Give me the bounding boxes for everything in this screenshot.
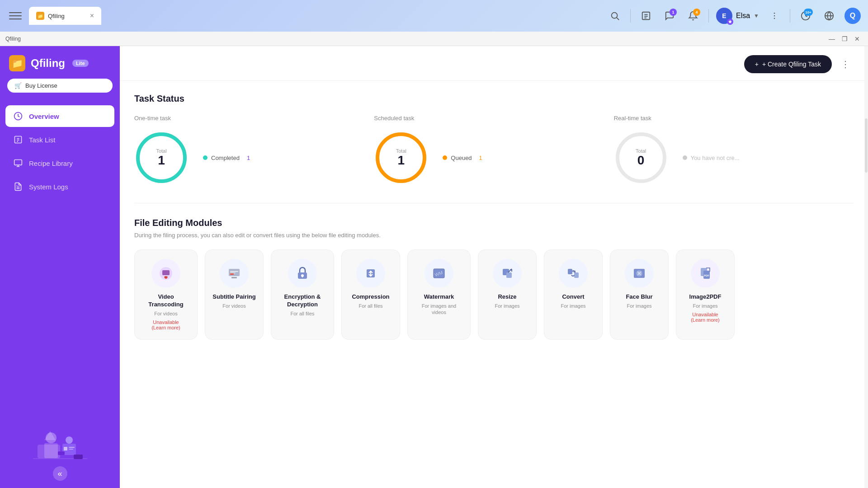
sidebar-item-overview[interactable]: Overview [5, 105, 114, 127]
messages-button[interactable]: 1 [661, 8, 678, 24]
app-logo: 📁 [9, 55, 25, 71]
image2pdf-name: Image2PDF [689, 293, 722, 301]
svg-rect-29 [69, 449, 73, 450]
face-blur-name: Face Blur [626, 293, 652, 301]
user-dropdown-icon[interactable]: ▼ [754, 13, 759, 19]
realtime-task-column: Real-time task Total 0 [614, 115, 854, 185]
create-task-plus-icon: + [755, 61, 759, 68]
search-button[interactable] [607, 8, 623, 24]
minimize-button[interactable]: — [826, 33, 837, 44]
tab-label: Qfiling [48, 13, 65, 19]
browser-tab[interactable]: 📁 Qfiling × [29, 7, 101, 25]
hamburger-button[interactable] [7, 8, 24, 24]
video-transcoding-name: Video Transcoding [142, 293, 190, 309]
section-divider [134, 203, 854, 203]
module-resize[interactable]: Resize For images [478, 249, 537, 340]
completed-dot [203, 155, 208, 160]
divider-2 [708, 9, 709, 23]
scheduled-donut-label: Total 1 [396, 148, 406, 168]
more-options-button[interactable] [766, 8, 783, 24]
svg-rect-57 [506, 272, 512, 278]
sidebar-item-overview-label: Overview [29, 113, 59, 120]
world-button[interactable] [821, 8, 837, 24]
notifications-button[interactable]: 4 [685, 8, 701, 24]
one-time-task-content: Total 1 Completed 1 [134, 131, 356, 185]
header-more-button[interactable]: ⋮ [837, 56, 854, 72]
system-logs-icon [13, 181, 24, 192]
module-video-transcoding[interactable]: Video Transcoding For videos Unavailable… [134, 249, 198, 340]
task-list-icon [13, 134, 24, 145]
svg-point-6 [774, 13, 775, 14]
sidebar: 📁 Qfiling Lite 🛒 Buy License Overview Ta… [0, 46, 120, 488]
svg-rect-17 [14, 160, 22, 165]
svg-rect-47 [231, 277, 237, 278]
buy-license-label: Buy License [25, 82, 57, 89]
module-subtitle-pairing[interactable]: Subtitle Pairing For videos [205, 249, 264, 340]
compression-icon [356, 259, 385, 288]
scheduled-stats: Queued 1 [443, 155, 482, 161]
user-name: Elsa [736, 12, 750, 20]
scrollbar-thumb[interactable] [865, 118, 868, 173]
counter-button[interactable]: 10+ [797, 8, 814, 24]
sidebar-item-task-list[interactable]: Task List [5, 129, 114, 150]
resize-name: Resize [498, 293, 516, 301]
user-verified-badge [727, 19, 733, 25]
resize-icon [493, 259, 522, 288]
modules-subtitle: During the filing process, you can also … [134, 232, 854, 239]
svg-text:PDF: PDF [704, 274, 709, 277]
lite-badge: Lite [72, 60, 89, 67]
realtime-stats: You have not cre... [683, 155, 740, 161]
face-blur-icon [625, 259, 654, 288]
maximize-button[interactable]: ❐ [839, 33, 850, 44]
svg-line-1 [617, 18, 619, 20]
user-area[interactable]: E Elsa ▼ [716, 8, 759, 24]
modules-title: File Editing Modules [134, 218, 854, 228]
module-image2pdf[interactable]: PDF Image2PDF For images Unavailable (Le… [676, 249, 735, 340]
queued-stat: Queued 1 [443, 155, 482, 161]
window-controls: — ❐ ✕ [826, 33, 863, 44]
sidebar-item-recipe-library[interactable]: Recipe Library [5, 152, 114, 174]
watermark-icon: WM [425, 259, 453, 288]
image2pdf-unavailable[interactable]: Unavailable (Learn more) [691, 312, 720, 323]
not-created-dot [683, 155, 687, 160]
svg-point-7 [774, 15, 775, 17]
cart-icon: 🛒 [14, 82, 22, 89]
documents-button[interactable] [638, 8, 654, 24]
scheduled-task-title: Scheduled task [374, 115, 414, 122]
app-icon-button[interactable]: Q [844, 8, 861, 24]
module-convert[interactable]: Convert For images [544, 249, 603, 340]
buy-license-button[interactable]: 🛒 Buy License [7, 79, 113, 93]
app-header: 📁 Qfiling Lite [0, 46, 120, 79]
realtime-task-title: Real-time task [614, 115, 651, 122]
convert-icon [559, 259, 588, 288]
svg-rect-27 [64, 447, 67, 450]
sidebar-collapse-button[interactable]: « [53, 466, 67, 481]
face-blur-desc: For images [627, 303, 651, 309]
sidebar-item-system-logs[interactable]: System Logs [5, 176, 114, 197]
divider-1 [630, 9, 631, 23]
module-face-blur[interactable]: Face Blur For images [610, 249, 669, 340]
module-compression[interactable]: Compression For all files [341, 249, 400, 340]
app-layout: 📁 Qfiling Lite 🛒 Buy License Overview Ta… [0, 46, 868, 488]
video-transcoding-unavailable[interactable]: Unavailable (Learn more) [151, 319, 180, 330]
svg-rect-58 [568, 269, 572, 274]
tab-close-button[interactable]: × [90, 12, 94, 19]
sidebar-item-recipe-library-label: Recipe Library [29, 160, 73, 167]
encryption-name: Encryption & Decryption [278, 293, 326, 309]
module-encryption-decryption[interactable]: Encryption & Decryption For all files [271, 249, 334, 340]
encryption-desc: For all files [290, 310, 314, 317]
subtitle-pairing-desc: For videos [222, 303, 245, 309]
main-content: + + Create Qfiling Task ⋮ Task Status On… [120, 46, 868, 488]
create-task-label: + Create Qfiling Task [762, 61, 821, 68]
module-watermark[interactable]: WM Watermark For images and videos [407, 249, 471, 340]
create-task-button[interactable]: + + Create Qfiling Task [744, 55, 832, 73]
sidebar-item-task-list-label: Task List [29, 136, 55, 144]
sidebar-bottom: « [0, 410, 120, 488]
close-button[interactable]: ✕ [852, 33, 863, 44]
one-time-task-title: One-time task [134, 115, 171, 122]
svg-rect-40 [162, 270, 170, 275]
browser-chrome: 📁 Qfiling × 1 4 E Elsa [0, 0, 868, 32]
sidebar-illustration [33, 418, 87, 463]
tab-favicon: 📁 [36, 12, 44, 20]
image2pdf-desc: For images [693, 303, 717, 309]
